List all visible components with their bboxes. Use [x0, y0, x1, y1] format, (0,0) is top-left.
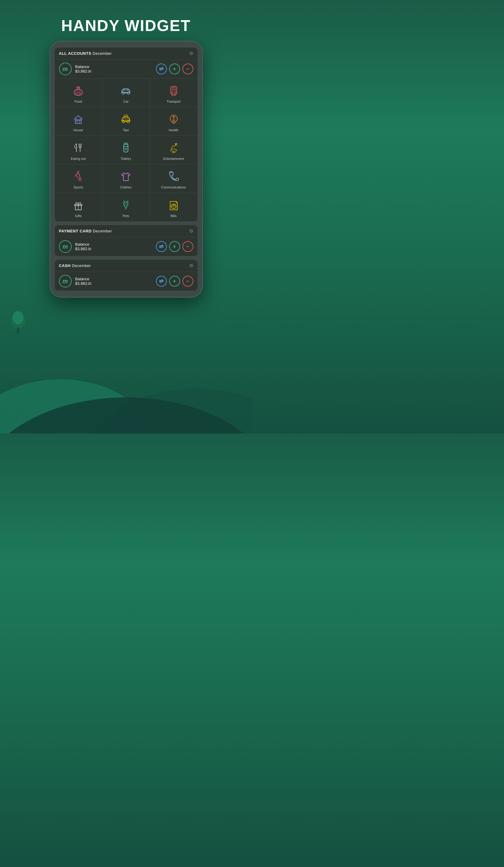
category-food[interactable]: Food [55, 78, 103, 107]
communications-label: Communications [161, 185, 186, 189]
category-pets[interactable]: Pets [103, 193, 150, 222]
cash-widget: CASH December ⚙ m Balance $3,982.00 ⇌ + … [55, 260, 197, 291]
svg-point-18 [174, 92, 176, 93]
svg-rect-23 [79, 119, 81, 121]
all-accounts-add-btn[interactable]: + [169, 64, 180, 74]
category-clothes[interactable]: Clothes [103, 164, 150, 193]
category-entertainment[interactable]: Entertainment [150, 136, 197, 164]
all-accounts-balance-info: Balance $3,982.00 [75, 64, 156, 74]
all-accounts-balance-label: Balance [75, 64, 156, 69]
category-bills[interactable]: Bills [150, 193, 197, 222]
bills-label: Bills [170, 214, 176, 218]
house-icon [71, 112, 86, 127]
svg-point-30 [172, 120, 175, 123]
all-accounts-subtract-btn[interactable]: − [182, 64, 193, 74]
page-title: HANDY WIDGET [61, 17, 191, 35]
cash-balance-label: Balance [75, 277, 156, 281]
health-icon [167, 112, 181, 127]
entertainment-icon [167, 141, 181, 155]
payment-card-avatar: m [59, 240, 72, 253]
cash-add-btn[interactable]: + [169, 276, 180, 287]
cash-transfer-btn[interactable]: ⇌ [156, 276, 167, 287]
cash-balance-info: Balance $3,982.00 [75, 277, 156, 286]
taxi-label: Taxi [123, 128, 129, 132]
category-transport[interactable]: Transport [150, 78, 197, 107]
svg-point-4 [13, 311, 23, 324]
payment-card-balance-info: Balance $3,982.00 [75, 242, 156, 251]
all-accounts-actions: ⇌ + − [156, 64, 193, 74]
communications-icon [167, 169, 181, 184]
cash-header: CASH December ⚙ [55, 260, 197, 272]
category-health[interactable]: Health [150, 107, 197, 136]
payment-card-balance-row: m Balance $3,982.00 ⇌ + − [55, 237, 197, 256]
bills-icon [167, 198, 181, 212]
category-taxi[interactable]: Taxi [103, 107, 150, 136]
all-accounts-header: ALL ACCOUNTS December ⚙ [55, 47, 197, 60]
payment-card-header: PAYMENT CARD December ⚙ [55, 225, 197, 237]
payment-card-widget: PAYMENT CARD December ⚙ m Balance $3,982… [55, 225, 197, 256]
transport-label: Transport [167, 100, 181, 103]
payment-card-balance-amount: $3,982.00 [75, 247, 156, 251]
house-label: House [74, 128, 83, 132]
payment-card-title: PAYMENT CARD December [59, 229, 112, 233]
payment-card-balance-label: Balance [75, 242, 156, 247]
transport-icon [167, 83, 181, 98]
category-house[interactable]: House [55, 107, 103, 136]
cash-balance-amount: $3,982.00 [75, 281, 156, 286]
svg-point-17 [171, 92, 173, 93]
svg-point-45 [127, 204, 127, 204]
sports-icon [71, 169, 86, 184]
clothes-label: Clothes [120, 185, 131, 189]
category-toiletry[interactable]: Toiletry [103, 136, 150, 164]
category-car[interactable]: Car [103, 78, 150, 107]
category-gifts[interactable]: Gifts [55, 193, 103, 222]
taxi-icon [119, 112, 133, 127]
svg-rect-34 [124, 144, 128, 152]
all-accounts-title: ALL ACCOUNTS December [59, 51, 112, 56]
cash-actions: ⇌ + − [156, 276, 193, 287]
payment-card-actions: ⇌ + − [156, 241, 193, 252]
pets-icon [119, 198, 133, 212]
all-accounts-transfer-btn[interactable]: ⇌ [156, 64, 167, 74]
pets-label: Pets [122, 214, 129, 218]
svg-rect-22 [76, 119, 78, 121]
svg-rect-5 [17, 328, 19, 334]
payment-card-add-btn[interactable]: + [169, 241, 180, 252]
health-label: Health [169, 128, 179, 132]
all-accounts-avatar: m [59, 63, 72, 75]
clothes-icon [119, 169, 133, 184]
toiletry-label: Toiletry [121, 157, 131, 160]
all-accounts-settings-icon[interactable]: ⚙ [189, 51, 193, 56]
category-eating-out[interactable]: Eating out [55, 136, 103, 164]
payment-card-settings-icon[interactable]: ⚙ [189, 228, 193, 234]
category-grid: Food Car [55, 78, 197, 222]
car-label: Car [123, 100, 129, 103]
payment-card-subtract-btn[interactable]: − [182, 241, 193, 252]
all-accounts-balance-amount: $3,982.00 [75, 69, 156, 74]
gifts-icon [71, 198, 86, 212]
all-accounts-balance-row: m Balance $3,982.00 ⇌ + − [55, 60, 197, 78]
cash-balance-row: m Balance $3,982.00 ⇌ + − [55, 272, 197, 291]
payment-card-transfer-btn[interactable]: ⇌ [156, 241, 167, 252]
svg-point-36 [171, 149, 177, 151]
cash-settings-icon[interactable]: ⚙ [189, 263, 193, 268]
category-sports[interactable]: Sports [55, 164, 103, 193]
cash-subtract-btn[interactable]: − [182, 276, 193, 287]
sports-label: Sports [74, 185, 83, 189]
food-label: Food [74, 100, 82, 103]
svg-point-39 [79, 178, 81, 181]
car-icon [119, 83, 133, 98]
toiletry-icon [119, 141, 133, 155]
phone-frame: ALL ACCOUNTS December ⚙ m Balance $3,982… [50, 41, 203, 298]
eating-out-label: Eating out [71, 157, 86, 160]
svg-point-40 [78, 171, 79, 173]
eating-out-icon [71, 141, 86, 155]
svg-point-44 [125, 204, 126, 204]
gifts-label: Gifts [75, 214, 82, 218]
cash-title: CASH December [59, 264, 91, 268]
decorative-tree [9, 310, 27, 337]
svg-rect-24 [124, 115, 128, 117]
category-communications[interactable]: Communications [150, 164, 197, 193]
entertainment-label: Entertainment [163, 157, 184, 160]
cash-avatar: m [59, 275, 72, 288]
